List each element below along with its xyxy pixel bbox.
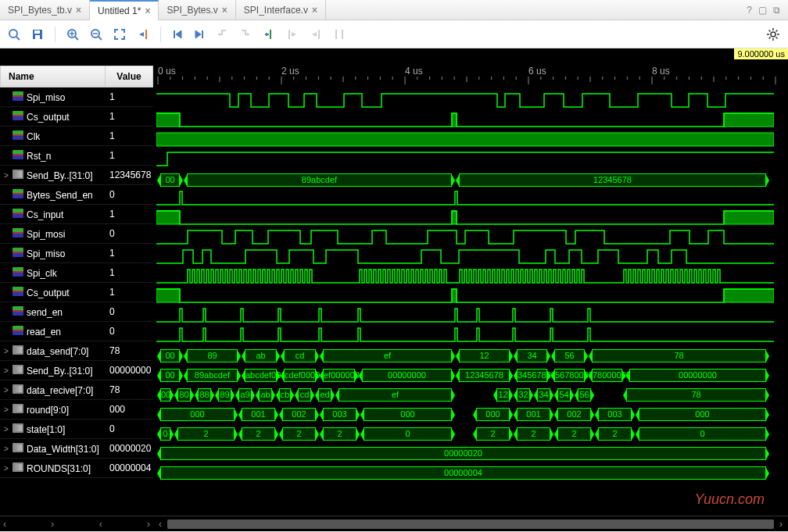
signal-row[interactable]: >state[1:0]0	[0, 420, 153, 439]
expand-icon[interactable]: >	[0, 171, 13, 180]
maximize-icon[interactable]: ▢	[758, 5, 767, 16]
waveform-row[interactable]	[156, 131, 788, 151]
signal-row[interactable]: Bytes_Send_en0	[0, 185, 153, 205]
signal-row[interactable]: Rst_n1	[0, 146, 153, 166]
waveform-row[interactable]: 02222022220	[156, 424, 788, 444]
scroll-thumb[interactable]	[167, 520, 774, 529]
waveform-row[interactable]	[156, 151, 788, 170]
next-marker-icon[interactable]	[310, 28, 322, 41]
waveform-row[interactable]: 00000004	[156, 463, 788, 483]
signal-row[interactable]: Cs_output1	[0, 283, 153, 302]
expand-icon[interactable]: >	[0, 445, 13, 453]
first-icon[interactable]	[172, 29, 183, 40]
panel-scrollbar[interactable]: ‹›‹›	[0, 516, 153, 531]
close-icon[interactable]: ×	[222, 5, 227, 16]
signal-row[interactable]: read_en0	[0, 322, 153, 341]
swap-marker-icon[interactable]	[333, 28, 346, 41]
waveform-row[interactable]	[156, 307, 788, 327]
close-icon[interactable]: ×	[145, 5, 150, 16]
tab[interactable]: SPI_Bytes_tb.v×	[0, 0, 90, 20]
waveform-row[interactable]	[156, 190, 788, 209]
waveform-row[interactable]: 000001002003000000001002003000	[156, 405, 788, 424]
waveform-panel[interactable]: 9.000000 us 0 us2 us4 us6 us8 us 0089abc…	[153, 48, 788, 531]
signal-name: Bytes_Send_en	[27, 190, 93, 201]
save-icon[interactable]	[31, 28, 44, 41]
zoom-out-icon[interactable]	[90, 28, 102, 41]
prev-marker-icon[interactable]	[286, 28, 299, 41]
waveform-row[interactable]	[156, 248, 788, 268]
scroll-right-icon[interactable]: ›	[774, 519, 788, 530]
bus-value: 00	[161, 370, 179, 380]
tab[interactable]: SPI_Bytes.v×	[159, 0, 235, 20]
tab[interactable]: SPI_Interface.v×	[236, 0, 326, 20]
scalar-icon	[13, 326, 23, 335]
signal-row[interactable]: Cs_output1	[0, 107, 153, 127]
waveform-row[interactable]: 0089abcdef12345678	[156, 346, 788, 366]
signal-row[interactable]: >data_recive[7:0]78	[0, 380, 153, 400]
column-name[interactable]: Name	[1, 66, 106, 87]
expand-icon[interactable]: >	[0, 366, 13, 375]
signal-row[interactable]: >Send_By..[31:0]00000000	[0, 361, 153, 380]
scroll-left-icon[interactable]: ‹	[153, 519, 167, 530]
bus-value: 002	[283, 409, 315, 419]
close-icon[interactable]: ×	[312, 5, 317, 16]
help-icon[interactable]: ?	[747, 5, 752, 16]
bus-value: 2	[599, 429, 631, 438]
bus-segment: 000	[364, 408, 452, 421]
fit-icon[interactable]	[113, 28, 126, 41]
waveform-area[interactable]: 0089abcdef123456780089abcdef123456780089…	[156, 92, 788, 516]
waveform-row[interactable]	[156, 327, 788, 346]
time-ruler[interactable]: 0 us2 us4 us6 us8 us	[153, 66, 788, 87]
signal-row[interactable]: >ROUNDS[31:0]00000004	[0, 459, 153, 478]
signal-row[interactable]: send_en0	[0, 302, 153, 322]
waveform-row[interactable]	[156, 112, 788, 131]
signal-row[interactable]: Cs_input1	[0, 205, 153, 224]
signal-value: 78	[105, 345, 153, 356]
signal-row[interactable]: >data_send[7:0]78	[0, 341, 153, 361]
signal-row[interactable]: Spi_mosi0	[0, 224, 153, 244]
waveform-row[interactable]	[156, 229, 788, 248]
waveform-row[interactable]: 00808889a9abcbcdedef123234545678	[156, 385, 788, 405]
cursor-icon[interactable]	[137, 28, 149, 41]
close-icon[interactable]: ×	[76, 5, 81, 16]
add-marker-icon[interactable]	[263, 28, 275, 41]
tab[interactable]: Untitled 1*×	[90, 0, 159, 20]
search-icon[interactable]	[8, 28, 20, 41]
signal-row[interactable]: >Data_Width[31:0]00000020	[0, 439, 153, 459]
signal-row[interactable]: >round[9:0]000	[0, 400, 153, 420]
signal-value: 00000004	[105, 462, 153, 473]
signal-row[interactable]: Clk1	[0, 127, 153, 146]
waveform-row[interactable]	[156, 268, 788, 287]
bus-value: 00000000	[363, 370, 451, 380]
signal-row[interactable]: Spi_miso1	[0, 244, 153, 263]
waveform-row[interactable]	[156, 209, 788, 229]
expand-icon[interactable]: >	[0, 386, 13, 395]
bus-value: 000	[639, 409, 765, 419]
next-trans-icon[interactable]	[239, 28, 252, 41]
bus-value: 32	[518, 390, 529, 399]
signal-value: 1	[105, 267, 153, 278]
bus-value: 12345678	[460, 175, 765, 184]
expand-icon[interactable]: >	[0, 425, 13, 434]
signal-row[interactable]: >Send_By..[31:0]12345678	[0, 166, 153, 185]
waveform-row[interactable]: 00000020	[156, 444, 788, 463]
horizontal-scrollbar[interactable]: ‹ ›	[153, 516, 788, 531]
waveform-row[interactable]	[156, 287, 788, 307]
waveform-row[interactable]: 0089abcdefabcdef00cdef0000ef000000000000…	[156, 366, 788, 385]
expand-icon[interactable]: >	[0, 347, 13, 355]
signal-value: 1	[105, 91, 153, 102]
last-icon[interactable]	[194, 29, 205, 40]
ruler-tick: 8 us	[652, 66, 670, 77]
signal-row[interactable]: Spi_miso1	[0, 87, 153, 107]
column-value[interactable]: Value	[106, 66, 152, 87]
signal-row[interactable]: Spi_clk1	[0, 263, 153, 283]
ruler-tick: 2 us	[281, 66, 299, 77]
prev-trans-icon[interactable]	[216, 28, 228, 41]
settings-icon[interactable]	[766, 27, 780, 41]
expand-icon[interactable]: >	[0, 464, 13, 473]
restore-icon[interactable]: ⧉	[773, 5, 780, 16]
waveform-row[interactable]: 0089abcdef12345678	[156, 170, 788, 190]
expand-icon[interactable]: >	[0, 405, 13, 414]
zoom-in-icon[interactable]	[66, 28, 79, 41]
waveform-row[interactable]	[156, 92, 788, 112]
